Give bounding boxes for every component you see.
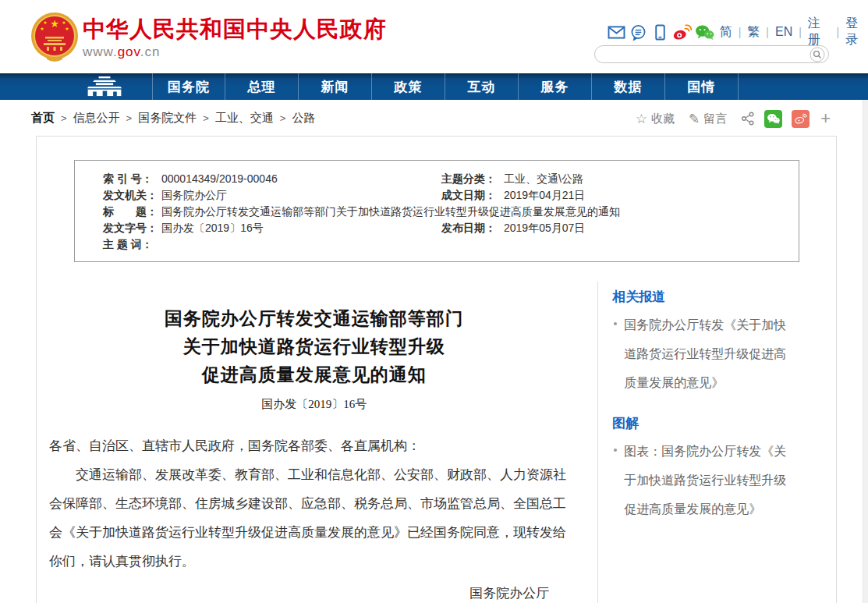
meta-value-document-number: 国办发〔2019〕16号 <box>161 220 441 236</box>
meta-value-title: 国务院办公厅转发交通运输部等部门关于加快道路货运行业转型升级促进高质量发展意见的… <box>161 204 799 220</box>
lang-traditional-link[interactable]: 繁 <box>747 24 760 41</box>
nav-tab-policies[interactable]: 政策 <box>372 73 445 100</box>
mobile-icon[interactable] <box>650 22 670 42</box>
breadcrumb-separator: > <box>126 112 133 124</box>
nav-tab-interaction[interactable]: 互动 <box>445 73 519 100</box>
pencil-icon: ✎ <box>689 111 700 127</box>
svg-text:★: ★ <box>50 18 59 30</box>
meta-row: 索 引 号： 000014349/2019-00046 主题分类： 工业、交通\… <box>75 171 799 187</box>
lang-simplified-link[interactable]: 简 <box>720 24 732 41</box>
related-sidebar: 相关报道 国务院办公厅转发《关于加快道路货运行业转型升级促进高质量发展的意见》 … <box>597 282 836 603</box>
share-button[interactable] <box>741 112 755 126</box>
breadcrumb-industry-transport[interactable]: 工业、交通 <box>215 111 274 126</box>
share-weibo-button[interactable] <box>792 110 810 128</box>
document-title-line: 国务院办公厅转发交通运输部等部门 <box>49 305 579 333</box>
document-paragraph: 各省、自治区、直辖市人民政府，国务院各部委、各直属机构： <box>49 431 579 460</box>
meta-row: 发文机关： 国务院办公厅 成文日期： 2019年04月21日 <box>75 187 799 204</box>
nav-tab-news[interactable]: 新闻 <box>299 73 372 100</box>
related-news-item[interactable]: 国务院办公厅转发《关于加快道路货运行业转型升级促进高质量发展的意见》 <box>612 310 792 397</box>
breadcrumb-separator: > <box>61 112 67 124</box>
meta-label-publish-date: 发布日期： <box>441 220 504 236</box>
message-bubble-icon[interactable] <box>629 22 648 42</box>
meta-value-date-written: 2019年04月21日 <box>504 187 585 204</box>
breadcrumb-row: 首页 > 信息公开 > 国务院文件 > 工业、交通 > 公路 ☆ 收藏 ✎ 留言 <box>0 100 868 136</box>
meta-row: 标 题： 国务院办公厅转发交通运输部等部门关于加快道路货运行业转型升级促进高质量… <box>75 204 799 220</box>
svg-text:★: ★ <box>43 20 47 25</box>
url-www: www. <box>83 44 118 59</box>
header-links: 简 | 繁 | EN | 注册 | 登录 <box>720 16 868 48</box>
comment-label: 留言 <box>703 112 727 126</box>
breadcrumb-home[interactable]: 首页 <box>31 111 55 126</box>
breadcrumb-info-disclosure[interactable]: 信息公开 <box>73 111 120 126</box>
share-wechat-button[interactable] <box>764 110 782 128</box>
breadcrumb: 首页 > 信息公开 > 国务院文件 > 工业、交通 > 公路 <box>31 111 315 126</box>
document-paragraph: 交通运输部、发展改革委、教育部、工业和信息化部、公安部、财政部、人力资源社会保障… <box>49 460 579 576</box>
link-separator: | <box>837 26 840 38</box>
meta-value-topic-category: 工业、交通\公路 <box>504 171 583 187</box>
breadcrumb-state-council-documents[interactable]: 国务院文件 <box>138 111 197 126</box>
breadcrumb-separator: > <box>280 112 286 124</box>
svg-text:★: ★ <box>40 27 44 31</box>
meta-value-issuing-agency: 国务院办公厅 <box>161 187 441 204</box>
breadcrumb-highway[interactable]: 公路 <box>292 111 315 126</box>
tiananmen-icon[interactable] <box>83 76 126 97</box>
star-icon: ☆ <box>636 111 647 127</box>
document-meta-table: 索 引 号： 000014349/2019-00046 主题分类： 工业、交通\… <box>74 160 799 262</box>
link-separator: | <box>739 26 742 38</box>
svg-text:★: ★ <box>62 20 66 25</box>
header-icon-bar: 简 | 繁 | EN | 注册 | 登录 <box>607 22 868 42</box>
search-input[interactable] <box>604 47 803 62</box>
page-root: ★ ★ ★ ★ ★ 中华人民共和国中央人民政府 www.gov.cn <box>0 0 868 603</box>
nav-tab-data[interactable]: 数据 <box>592 73 665 100</box>
wechat-icon[interactable] <box>695 22 714 42</box>
site-url: www.gov.cn <box>83 44 387 60</box>
weibo-icon[interactable] <box>672 22 692 42</box>
site-title-block: 中华人民共和国中央人民政府 www.gov.cn <box>83 16 387 60</box>
breadcrumb-separator: > <box>203 112 209 124</box>
favorite-button[interactable]: ☆ 收藏 <box>636 111 675 127</box>
related-news-list: 国务院办公厅转发《关于加快道路货运行业转型升级促进高质量发展的意见》 <box>612 310 792 397</box>
url-gov: gov <box>118 44 140 59</box>
document-section: 国务院办公厅转发交通运输部等部门 关于加快道路货运行业转型升级 促进高质量发展意… <box>37 282 836 603</box>
meta-label-keywords: 主 题 词： <box>103 236 161 253</box>
document-title-line: 关于加快道路货运行业转型升级 <box>49 333 579 361</box>
nav-tabs: 国务院 总理 新闻 政策 互动 服务 数据 国情 <box>152 73 739 100</box>
document-signature: 国务院办公厅 2019年4月21日 <box>49 580 549 603</box>
svg-text:★: ★ <box>65 27 69 31</box>
meta-row: 发文字号： 国办发〔2019〕16号 发布日期： 2019年05月07日 <box>75 220 799 236</box>
nav-tab-national-conditions[interactable]: 国情 <box>665 73 739 100</box>
search-icon[interactable] <box>810 47 825 62</box>
document-body: 国务院办公厅转发交通运输部等部门 关于加快道路货运行业转型升级 促进高质量发展意… <box>37 282 597 603</box>
infographic-list: 图表：国务院办公厅转发《关于加快道路货运行业转型升级促进高质量发展的意见》 <box>612 437 792 523</box>
lang-english-link[interactable]: EN <box>775 25 792 39</box>
meta-value-index-number: 000014349/2019-00046 <box>161 171 441 187</box>
site-header: ★ ★ ★ ★ ★ 中华人民共和国中央人民政府 www.gov.cn <box>0 0 868 73</box>
document-title: 国务院办公厅转发交通运输部等部门 关于加快道路货运行业转型升级 促进高质量发展意… <box>49 305 579 389</box>
signature-agency: 国务院办公厅 <box>49 580 549 603</box>
link-separator: | <box>799 26 802 38</box>
mail-icon[interactable] <box>607 22 626 42</box>
nav-tab-state-council[interactable]: 国务院 <box>152 73 225 100</box>
content-container: 索 引 号： 000014349/2019-00046 主题分类： 工业、交通\… <box>36 136 837 603</box>
nav-tab-services[interactable]: 服务 <box>519 73 592 100</box>
document-title-line: 促进高质量发展意见的通知 <box>49 361 579 389</box>
login-link[interactable]: 登录 <box>845 16 868 48</box>
scrollbar-track[interactable] <box>863 100 868 603</box>
nav-tab-premier[interactable]: 总理 <box>225 73 299 100</box>
infographic-heading[interactable]: 图解 <box>612 414 792 432</box>
meta-label-document-number: 发文字号： <box>103 220 161 236</box>
meta-label-topic-category: 主题分类： <box>441 171 504 187</box>
national-emblem-logo[interactable]: ★ ★ ★ ★ ★ <box>30 10 80 63</box>
comment-button[interactable]: ✎ 留言 <box>689 111 727 127</box>
search-box <box>594 45 829 63</box>
infographic-item[interactable]: 图表：国务院办公厅转发《关于加快道路货运行业转型升级促进高质量发展的意见》 <box>612 437 792 523</box>
document-number: 国办发〔2019〕16号 <box>49 397 579 412</box>
register-link[interactable]: 注册 <box>808 16 831 48</box>
meta-label-title: 标 题： <box>103 204 161 220</box>
related-news-heading[interactable]: 相关报道 <box>612 288 792 306</box>
meta-label-date-written: 成文日期： <box>441 187 504 204</box>
meta-label-issuing-agency: 发文机关： <box>103 187 161 204</box>
meta-value-publish-date: 2019年05月07日 <box>504 220 585 236</box>
meta-row: 主 题 词： <box>75 236 799 253</box>
more-tools-button[interactable]: + <box>820 110 831 127</box>
